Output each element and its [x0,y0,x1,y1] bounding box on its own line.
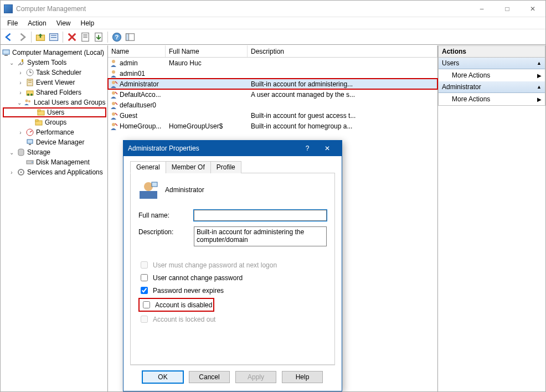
list-row[interactable]: DefaultAcco... A user account managed by… [108,89,437,100]
expand-icon[interactable]: ⌄ [17,100,22,106]
svg-rect-44 [140,191,157,199]
actions-more-admin[interactable]: More Actions ▶ [439,93,545,105]
dialog-title: Administrator Properties [128,145,199,152]
minimize-button[interactable]: – [469,1,495,17]
checkbox[interactable] [141,274,148,281]
chk-account-disabled[interactable]: Account is disabled [141,300,212,310]
cell-name: Administrator [120,80,159,88]
expand-icon[interactable]: › [17,80,24,86]
help-button[interactable]: ? [111,31,123,43]
actions-section-users[interactable]: Users ▲ [439,58,545,69]
tree-users[interactable]: Users [3,107,106,117]
expand-icon[interactable]: › [17,90,24,96]
tab-profile[interactable]: Profile [210,161,241,173]
actions-section-label: Users [442,59,459,67]
cell-name: admin01 [120,70,145,78]
menu-view[interactable]: View [52,18,75,28]
description-input[interactable]: Built-in account for administering the c… [194,226,327,246]
svg-point-21 [27,94,29,96]
tree-storage[interactable]: ⌄ Storage [2,147,106,157]
svg-rect-12 [126,33,129,40]
svg-rect-15 [22,59,23,62]
list-row[interactable]: HomeGroup... HomeGroupUser$ Built-in acc… [108,121,437,131]
menu-help[interactable]: Help [76,18,99,28]
device-icon [25,138,34,147]
tab-member-of[interactable]: Member Of [166,161,211,173]
svg-rect-18 [28,80,32,81]
list-row[interactable]: admin Mauro Huc [108,58,437,68]
minimize-icon: – [480,5,484,13]
back-button[interactable] [3,31,15,43]
clock-icon [25,68,34,77]
tree-device-manager[interactable]: Device Manager [2,137,106,147]
tree-services-apps[interactable]: › Services and Applications [2,167,106,177]
svg-point-43 [112,123,115,126]
list-row-administrator[interactable]: Administrator Built-in account for admin… [108,79,437,89]
show-hide-button[interactable] [124,31,136,43]
cell-fullname: Mauro Huc [166,59,248,67]
list-row[interactable]: admin01 [108,68,437,79]
tree-disk-management[interactable]: Disk Management [2,157,106,167]
tab-content: Administrator Full name: Description: Bu… [130,173,335,365]
checkbox[interactable] [141,287,148,294]
list-row[interactable]: defaultuser0 [108,100,437,110]
svg-rect-5 [83,34,87,35]
performance-icon [25,128,34,137]
cancel-button[interactable]: Cancel [189,371,230,383]
col-name[interactable]: Name [108,45,166,57]
chk-never-expires[interactable]: Password never expires [138,285,327,296]
col-fullname[interactable]: Full Name [166,45,248,57]
user-icon [109,59,118,68]
cell-name: Guest [120,112,137,120]
svg-point-37 [112,60,115,63]
forward-button[interactable] [16,31,28,43]
menu-file[interactable]: File [3,18,22,28]
properties-button[interactable] [48,31,60,43]
col-description[interactable]: Description [248,45,437,57]
expand-icon[interactable]: › [8,169,15,176]
list-row[interactable]: Guest Built-in account for guest access … [108,110,437,121]
export-button[interactable] [92,31,105,43]
apply-button[interactable]: Apply [235,371,276,383]
expand-icon[interactable]: › [17,70,24,76]
help-button[interactable]: Help [282,371,323,383]
close-button[interactable]: ✕ [520,1,545,17]
tree-performance[interactable]: › Performance [2,127,106,137]
tree-system-tools[interactable]: ⌄ System Tools [2,58,106,68]
tree-groups[interactable]: Groups [2,117,106,127]
refresh-button[interactable] [79,31,91,43]
up-folder-button[interactable] [34,31,47,43]
tree-event-viewer[interactable]: › Event Viewer [2,78,106,87]
svg-point-39 [112,81,115,84]
tree-local-users-groups[interactable]: ⌄ Local Users and Groups [2,97,106,107]
delete-button[interactable] [66,31,78,43]
expand-icon[interactable]: › [17,130,24,136]
expand-icon[interactable]: ⌄ [8,149,15,156]
tree-task-scheduler[interactable]: › Task Scheduler [2,68,106,78]
svg-point-23 [25,100,28,102]
chevron-right-icon: ▶ [537,73,542,79]
title-bar: Computer Management – □ ✕ [1,1,545,17]
user-disabled-icon [109,90,118,99]
dialog-close-button[interactable]: ✕ [317,141,337,156]
chk-cannot-change[interactable]: User cannot change password [138,272,327,283]
tree-root[interactable]: Computer Management (Local) [2,48,106,58]
fullname-input[interactable] [194,210,327,221]
svg-rect-3 [51,37,56,38]
tree-shared-folders[interactable]: › Shared Folders [2,87,106,97]
dialog-title-bar[interactable]: Administrator Properties ? ✕ [123,141,342,156]
actions-pane: Actions Users ▲ More Actions ▶ Administr… [438,45,545,391]
actions-header: Actions [438,45,545,58]
svg-rect-46 [152,182,157,187]
tab-general[interactable]: General [130,161,166,173]
cell-desc: Built-in account for guest access t... [248,112,437,120]
maximize-button[interactable]: □ [495,1,520,17]
expand-icon[interactable]: ⌄ [8,60,15,66]
actions-section-administrator[interactable]: Administrator ▲ [439,81,545,93]
dialog-help-button[interactable]: ? [297,141,317,156]
menu-action[interactable]: Action [23,18,50,28]
checkbox[interactable] [143,301,150,308]
ok-button[interactable]: OK [142,371,183,383]
user-disabled-icon [109,122,118,131]
actions-more-users[interactable]: More Actions ▶ [439,69,545,81]
